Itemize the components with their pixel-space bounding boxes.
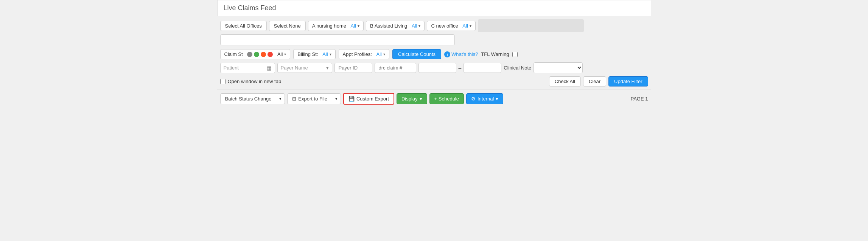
clinical-note-select[interactable]: Option 1 Option 2: [534, 62, 583, 73]
tfl-warning-checkbox[interactable]: [512, 52, 518, 57]
drc-claim-input[interactable]: [375, 63, 416, 73]
options-right: Check All Clear Update Filter: [549, 76, 648, 87]
whats-this-label: What's this?: [451, 51, 478, 57]
office-b-chevron-icon: ▾: [418, 24, 420, 28]
tfl-warning-label: TFL Warning: [481, 51, 509, 57]
custom-export-button[interactable]: 💾 Custom Export: [343, 93, 394, 105]
update-filter-button[interactable]: Update Filter: [608, 76, 648, 87]
dot-gray-icon: [247, 52, 252, 57]
page-title: Live Claims Feed: [224, 4, 276, 12]
range-end-input[interactable]: [464, 63, 501, 73]
office-c-chevron-icon: ▾: [470, 24, 471, 28]
payer-name-field[interactable]: Payer Name ▾: [277, 63, 332, 73]
office-c-label: C new office: [431, 23, 458, 29]
dot-red-icon: [268, 52, 273, 57]
office-b-filter: All: [412, 23, 417, 29]
select-none-button[interactable]: Select None: [269, 21, 306, 31]
dot-orange-icon: [261, 52, 266, 57]
office-b-dropdown[interactable]: B Assisted Living All ▾: [366, 21, 425, 31]
options-row: Open window in new tab Check All Clear U…: [217, 75, 651, 90]
office-c-filter: All: [462, 23, 468, 29]
batch-status-change-button[interactable]: Batch Status Change: [221, 94, 276, 104]
internal-label: Internal: [478, 96, 494, 102]
gray-placeholder: [478, 19, 584, 32]
claim-st-label: Claim St: [224, 51, 243, 57]
office-a-chevron-icon: ▾: [358, 24, 359, 28]
range-dash: –: [459, 65, 462, 71]
payer-name-placeholder: Payer Name: [281, 65, 308, 71]
search-input[interactable]: [220, 34, 455, 45]
export-to-file-button[interactable]: ⊟ Export to File: [288, 94, 332, 104]
page-label: PAGE 1: [630, 96, 648, 102]
batch-status-change-split: Batch Status Change ▾: [220, 93, 285, 104]
office-a-label: A nursing home: [312, 23, 346, 29]
office-a-filter: All: [351, 23, 356, 29]
dot-green-icon: [254, 52, 259, 57]
title-bar: Live Claims Feed: [217, 0, 651, 16]
patient-field[interactable]: Patient ▦: [220, 63, 275, 73]
print-icon: ⊟: [292, 96, 296, 102]
batch-status-change-arrow[interactable]: ▾: [276, 94, 285, 104]
whats-this-link[interactable]: i What's this?: [444, 51, 478, 57]
gear-icon: ⚙: [471, 96, 476, 102]
open-window-checkbox[interactable]: [220, 79, 226, 84]
export-to-file-split: ⊟ Export to File ▾: [287, 93, 341, 104]
options-left: Open window in new tab: [220, 79, 282, 84]
info-icon: i: [444, 51, 450, 57]
open-window-label: Open window in new tab: [228, 79, 282, 84]
internal-chevron-icon: ▾: [496, 96, 498, 102]
check-all-button[interactable]: Check All: [549, 76, 581, 87]
filter-row: Claim St All ▾ Billing St: All ▾ Appt Pr…: [217, 48, 651, 61]
billing-st-filter: All: [322, 51, 328, 57]
claim-st-chevron-icon: ▾: [284, 52, 286, 56]
clinical-note-label: Clinical Note: [504, 65, 531, 71]
select-all-offices-button[interactable]: Select All Offices: [220, 21, 267, 31]
billing-status-dropdown[interactable]: Billing St: All ▾: [293, 49, 335, 59]
internal-button[interactable]: ⚙ Internal ▾: [466, 93, 503, 104]
display-chevron-icon: ▾: [420, 96, 422, 102]
claim-st-filter: All: [277, 51, 283, 57]
patient-icon: ▦: [267, 65, 272, 71]
appt-profiles-dropdown[interactable]: Appt Profiles: All ▾: [339, 49, 389, 59]
floppy-icon: 💾: [348, 96, 355, 102]
main-container: Live Claims Feed Select All Offices Sele…: [217, 0, 651, 108]
range-start-input[interactable]: [418, 63, 456, 73]
schedule-button[interactable]: + Schedule: [429, 93, 464, 104]
export-to-file-label: Export to File: [298, 96, 327, 102]
toolbar-row: Select All Offices Select None A nursing…: [217, 16, 651, 34]
export-to-file-arrow[interactable]: ▾: [332, 94, 341, 104]
appt-profiles-filter: All: [376, 51, 382, 57]
display-button[interactable]: Display ▾: [397, 93, 427, 104]
search-row: [217, 34, 651, 48]
bottom-bar: Batch Status Change ▾ ⊟ Export to File ▾…: [217, 90, 651, 108]
appt-profiles-label: Appt Profiles:: [343, 51, 372, 57]
patient-placeholder: Patient: [224, 65, 239, 71]
fields-row: Patient ▦ Payer Name ▾ – Clinical Note O…: [217, 61, 651, 75]
clear-button[interactable]: Clear: [583, 76, 606, 87]
payer-name-down-icon: ▾: [326, 65, 329, 71]
office-c-dropdown[interactable]: C new office All ▾: [427, 21, 475, 31]
claim-status-dropdown[interactable]: Claim St All ▾: [220, 49, 291, 59]
office-b-label: B Assisted Living: [370, 23, 407, 29]
payer-id-input[interactable]: [334, 63, 372, 73]
display-label: Display: [401, 96, 418, 102]
calculate-counts-button[interactable]: Calculate Counts: [392, 49, 441, 59]
custom-export-label: Custom Export: [356, 96, 389, 102]
appt-profiles-chevron-icon: ▾: [383, 52, 385, 56]
office-a-dropdown[interactable]: A nursing home All ▾: [308, 21, 364, 31]
billing-st-chevron-icon: ▾: [330, 52, 331, 56]
billing-st-label: Billing St:: [297, 51, 318, 57]
